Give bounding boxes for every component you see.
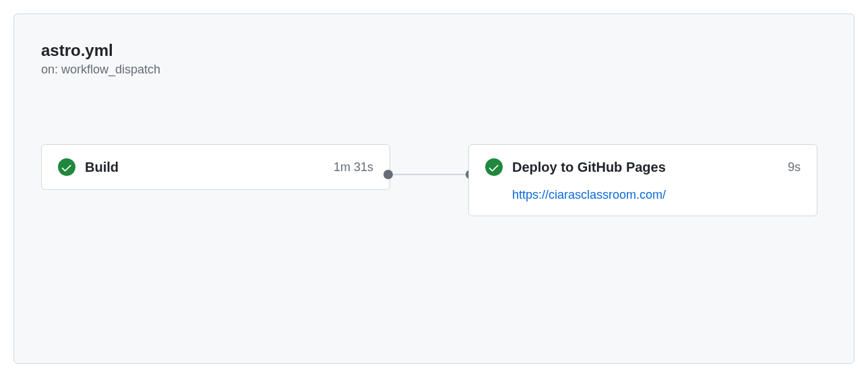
job-duration: 1m 31s bbox=[334, 160, 373, 174]
job-card-build[interactable]: Build 1m 31s bbox=[41, 144, 390, 190]
workflow-title: astro.yml bbox=[41, 41, 827, 60]
job-name: Deploy to GitHub Pages bbox=[512, 160, 778, 175]
job-card-row: Build 1m 31s bbox=[58, 158, 373, 176]
job-name: Build bbox=[85, 160, 324, 175]
connector-dot-icon bbox=[383, 170, 393, 179]
check-circle-icon bbox=[485, 158, 503, 176]
workflow-trigger: on: workflow_dispatch bbox=[41, 63, 827, 77]
job-connector bbox=[390, 144, 468, 203]
workflow-trigger-value: workflow_dispatch bbox=[61, 63, 160, 76]
workflow-panel: astro.yml on: workflow_dispatch Build 1m… bbox=[13, 13, 855, 364]
job-card-row: Deploy to GitHub Pages 9s bbox=[485, 158, 801, 176]
connector-line bbox=[383, 174, 475, 175]
job-card-deploy[interactable]: Deploy to GitHub Pages 9s https://ciaras… bbox=[468, 144, 817, 216]
deployment-url-link[interactable]: https://ciarasclassroom.com/ bbox=[512, 188, 801, 202]
workflow-trigger-prefix: on: bbox=[41, 63, 61, 76]
jobs-graph: Build 1m 31s Deploy to GitHub Pages 9s h… bbox=[41, 144, 827, 216]
check-circle-icon bbox=[58, 158, 75, 176]
workflow-header: astro.yml on: workflow_dispatch bbox=[41, 41, 827, 77]
job-duration: 9s bbox=[788, 160, 801, 174]
